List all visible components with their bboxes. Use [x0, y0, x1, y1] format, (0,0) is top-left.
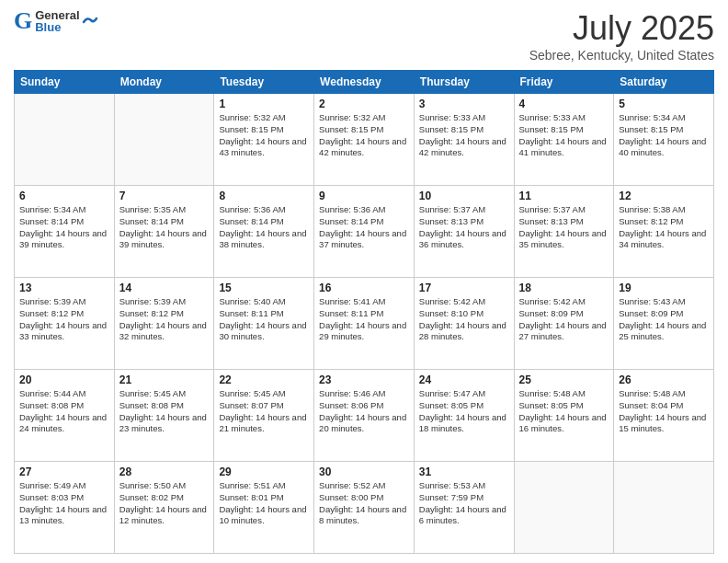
day-number: 23	[319, 373, 409, 386]
calendar-week-4: 20Sunrise: 5:44 AM Sunset: 8:08 PM Dayli…	[15, 370, 714, 462]
day-header-sunday: Sunday	[15, 71, 115, 94]
day-header-wednesday: Wednesday	[314, 71, 415, 94]
main-title: July 2025	[529, 9, 714, 48]
cell-content: Sunrise: 5:41 AM Sunset: 8:11 PM Dayligh…	[319, 296, 409, 343]
calendar-cell: 24Sunrise: 5:47 AM Sunset: 8:05 PM Dayli…	[414, 370, 514, 462]
calendar-cell: 16Sunrise: 5:41 AM Sunset: 8:11 PM Dayli…	[314, 278, 415, 370]
calendar-cell: 19Sunrise: 5:43 AM Sunset: 8:09 PM Dayli…	[614, 278, 714, 370]
cell-content: Sunrise: 5:45 AM Sunset: 8:07 PM Dayligh…	[219, 388, 309, 435]
calendar-cell: 17Sunrise: 5:42 AM Sunset: 8:10 PM Dayli…	[414, 278, 514, 370]
cell-content: Sunrise: 5:34 AM Sunset: 8:14 PM Dayligh…	[19, 204, 109, 251]
day-header-friday: Friday	[514, 71, 614, 94]
calendar-cell: 22Sunrise: 5:45 AM Sunset: 8:07 PM Dayli…	[214, 370, 314, 462]
title-section: July 2025 Sebree, Kentucky, United State…	[529, 9, 714, 63]
day-header-thursday: Thursday	[414, 71, 514, 94]
calendar-cell: 3Sunrise: 5:33 AM Sunset: 8:15 PM Daylig…	[414, 94, 514, 186]
day-number: 20	[19, 373, 109, 386]
calendar-header-row: SundayMondayTuesdayWednesdayThursdayFrid…	[15, 71, 714, 94]
day-number: 28	[119, 465, 210, 478]
calendar-cell: 27Sunrise: 5:49 AM Sunset: 8:03 PM Dayli…	[15, 462, 115, 554]
cell-content: Sunrise: 5:33 AM Sunset: 8:15 PM Dayligh…	[419, 112, 509, 159]
calendar-week-1: 1Sunrise: 5:32 AM Sunset: 8:15 PM Daylig…	[15, 94, 714, 186]
calendar-cell: 1Sunrise: 5:32 AM Sunset: 8:15 PM Daylig…	[214, 94, 314, 186]
day-number: 3	[419, 98, 509, 110]
subtitle: Sebree, Kentucky, United States	[529, 48, 714, 63]
day-number: 2	[319, 98, 409, 110]
cell-content: Sunrise: 5:35 AM Sunset: 8:14 PM Dayligh…	[119, 204, 210, 251]
cell-content: Sunrise: 5:32 AM Sunset: 8:15 PM Dayligh…	[319, 112, 409, 159]
day-number: 30	[319, 465, 409, 478]
cell-content: Sunrise: 5:32 AM Sunset: 8:15 PM Dayligh…	[219, 112, 309, 159]
calendar-cell: 28Sunrise: 5:50 AM Sunset: 8:02 PM Dayli…	[114, 462, 214, 554]
cell-content: Sunrise: 5:38 AM Sunset: 8:12 PM Dayligh…	[619, 204, 709, 251]
day-number: 22	[219, 373, 309, 386]
logo-wave-icon	[82, 13, 98, 29]
calendar-cell: 21Sunrise: 5:45 AM Sunset: 8:08 PM Dayli…	[114, 370, 214, 462]
day-header-saturday: Saturday	[614, 71, 714, 94]
calendar-week-3: 13Sunrise: 5:39 AM Sunset: 8:12 PM Dayli…	[15, 278, 714, 370]
page: G General Blue July 2025 Sebree, Kentuck…	[0, 0, 728, 563]
calendar-cell: 26Sunrise: 5:48 AM Sunset: 8:04 PM Dayli…	[614, 370, 714, 462]
day-number: 4	[519, 98, 609, 110]
cell-content: Sunrise: 5:34 AM Sunset: 8:15 PM Dayligh…	[619, 112, 709, 159]
calendar-cell: 2Sunrise: 5:32 AM Sunset: 8:15 PM Daylig…	[314, 94, 415, 186]
day-number: 9	[319, 190, 409, 202]
cell-content: Sunrise: 5:51 AM Sunset: 8:01 PM Dayligh…	[219, 480, 309, 527]
calendar-cell	[114, 94, 214, 186]
cell-content: Sunrise: 5:53 AM Sunset: 7:59 PM Dayligh…	[419, 480, 509, 527]
day-number: 26	[619, 373, 709, 386]
cell-content: Sunrise: 5:52 AM Sunset: 8:00 PM Dayligh…	[319, 480, 409, 527]
calendar-cell	[514, 462, 614, 554]
calendar-week-2: 6Sunrise: 5:34 AM Sunset: 8:14 PM Daylig…	[15, 186, 714, 278]
cell-content: Sunrise: 5:39 AM Sunset: 8:12 PM Dayligh…	[119, 296, 210, 343]
day-number: 21	[119, 373, 210, 386]
cell-content: Sunrise: 5:40 AM Sunset: 8:11 PM Dayligh…	[219, 296, 309, 343]
calendar-cell: 4Sunrise: 5:33 AM Sunset: 8:15 PM Daylig…	[514, 94, 614, 186]
cell-content: Sunrise: 5:36 AM Sunset: 8:14 PM Dayligh…	[319, 204, 409, 251]
logo: G General Blue	[14, 9, 98, 33]
calendar-cell: 11Sunrise: 5:37 AM Sunset: 8:13 PM Dayli…	[514, 186, 614, 278]
cell-content: Sunrise: 5:39 AM Sunset: 8:12 PM Dayligh…	[19, 296, 109, 343]
calendar-cell: 30Sunrise: 5:52 AM Sunset: 8:00 PM Dayli…	[314, 462, 415, 554]
day-number: 5	[619, 98, 709, 110]
day-number: 27	[19, 465, 109, 478]
day-number: 18	[519, 282, 609, 294]
calendar-cell: 5Sunrise: 5:34 AM Sunset: 8:15 PM Daylig…	[614, 94, 714, 186]
day-number: 24	[419, 373, 509, 386]
cell-content: Sunrise: 5:42 AM Sunset: 8:10 PM Dayligh…	[419, 296, 509, 343]
calendar-cell	[15, 94, 115, 186]
logo-g: G	[14, 9, 32, 33]
cell-content: Sunrise: 5:36 AM Sunset: 8:14 PM Dayligh…	[219, 204, 309, 251]
calendar-cell: 25Sunrise: 5:48 AM Sunset: 8:05 PM Dayli…	[514, 370, 614, 462]
cell-content: Sunrise: 5:46 AM Sunset: 8:06 PM Dayligh…	[319, 388, 409, 435]
day-number: 8	[219, 190, 309, 202]
day-number: 12	[619, 190, 709, 202]
calendar-cell: 23Sunrise: 5:46 AM Sunset: 8:06 PM Dayli…	[314, 370, 415, 462]
cell-content: Sunrise: 5:49 AM Sunset: 8:03 PM Dayligh…	[19, 480, 109, 527]
day-number: 17	[419, 282, 509, 294]
calendar-cell: 31Sunrise: 5:53 AM Sunset: 7:59 PM Dayli…	[414, 462, 514, 554]
day-number: 7	[119, 190, 210, 202]
day-number: 14	[119, 282, 210, 294]
calendar-cell	[614, 462, 714, 554]
day-number: 31	[419, 465, 509, 478]
cell-content: Sunrise: 5:37 AM Sunset: 8:13 PM Dayligh…	[419, 204, 509, 251]
calendar-cell: 18Sunrise: 5:42 AM Sunset: 8:09 PM Dayli…	[514, 278, 614, 370]
cell-content: Sunrise: 5:43 AM Sunset: 8:09 PM Dayligh…	[619, 296, 709, 343]
day-number: 6	[19, 190, 109, 202]
calendar-cell: 9Sunrise: 5:36 AM Sunset: 8:14 PM Daylig…	[314, 186, 415, 278]
calendar-cell: 13Sunrise: 5:39 AM Sunset: 8:12 PM Dayli…	[15, 278, 115, 370]
day-number: 1	[219, 98, 309, 110]
logo-blue-text: Blue	[35, 21, 79, 33]
calendar-table: SundayMondayTuesdayWednesdayThursdayFrid…	[14, 70, 714, 554]
cell-content: Sunrise: 5:44 AM Sunset: 8:08 PM Dayligh…	[19, 388, 109, 435]
day-number: 13	[19, 282, 109, 294]
calendar-cell: 10Sunrise: 5:37 AM Sunset: 8:13 PM Dayli…	[414, 186, 514, 278]
calendar-cell: 12Sunrise: 5:38 AM Sunset: 8:12 PM Dayli…	[614, 186, 714, 278]
header: G General Blue July 2025 Sebree, Kentuck…	[14, 9, 714, 63]
day-number: 15	[219, 282, 309, 294]
cell-content: Sunrise: 5:45 AM Sunset: 8:08 PM Dayligh…	[119, 388, 210, 435]
day-header-monday: Monday	[114, 71, 214, 94]
cell-content: Sunrise: 5:33 AM Sunset: 8:15 PM Dayligh…	[519, 112, 609, 159]
calendar-cell: 20Sunrise: 5:44 AM Sunset: 8:08 PM Dayli…	[15, 370, 115, 462]
